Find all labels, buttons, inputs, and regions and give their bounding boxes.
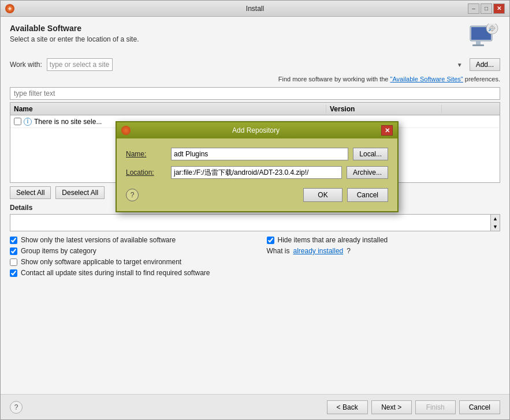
scroll-down-icon[interactable]: ▼ [491,223,500,231]
filter-input[interactable] [10,87,500,100]
add-button[interactable]: Add... [470,58,500,71]
modal-title: Add Repository [131,126,381,134]
modal-close-button[interactable]: ✕ [381,125,393,136]
contact-all-checkbox[interactable] [10,269,17,277]
header-logo [466,24,500,52]
find-more-text: Find more software by working with the "… [10,76,500,82]
show-applicable-row: Show only software applicable to target … [10,258,244,266]
work-with-row: Work with: type or select a site ▼ Add..… [10,58,500,71]
modal-action-buttons: OK Cancel [303,188,388,202]
maximize-button[interactable]: □ [481,3,492,14]
modal-cancel-button[interactable]: Cancel [347,188,388,202]
work-with-label: Work with: [10,61,42,69]
next-button[interactable]: Next > [371,400,412,414]
what-is-row: What is already installed ? [267,247,501,255]
name-label: Name: [126,150,166,158]
already-installed-link[interactable]: already installed [293,247,344,255]
computer-icon [466,24,500,52]
section-subtitle: Select a site or enter the location of a… [10,35,139,43]
title-bar: Install – □ ✕ [1,1,509,17]
show-applicable-label: Show only software applicable to target … [21,258,181,266]
svg-rect-3 [476,41,481,44]
what-is-suffix: ? [347,247,351,255]
available-software-sites-link[interactable]: "Available Software Sites" [390,76,463,82]
hide-installed-checkbox[interactable] [267,237,274,244]
name-input[interactable] [171,148,348,160]
column-name: Name [10,105,326,113]
bottom-bar: ? < Back Next > Finish Cancel [1,394,509,419]
contact-all-row: Contact all update sites during install … [10,269,244,277]
find-more-prefix: Find more software by working with the [278,76,390,82]
modal-content: Name: Local... Location: Archive... ? OK… [117,138,397,211]
header-area: Available Software Select a site or ente… [10,24,500,52]
modal-ok-button[interactable]: OK [303,188,342,202]
archive-button[interactable]: Archive... [347,166,388,179]
show-latest-checkbox[interactable] [10,237,17,244]
row-name: There is no site sele... [34,118,102,126]
app-icon [5,4,14,13]
row-checkbox[interactable] [14,118,21,125]
two-col-layout: Show only the latest versions of availab… [10,236,500,280]
table-header: Name Version [10,103,500,115]
group-by-category-label: Group items by category [21,247,96,255]
hide-installed-row: Hide items that are already installed [267,236,501,244]
column-version: Version [326,105,442,113]
col-right: Hide items that are already installed Wh… [267,236,501,280]
location-row: Location: Archive... [126,166,388,179]
window-title: Install [246,5,264,13]
section-title: Available Software [10,24,139,33]
cancel-button[interactable]: Cancel [459,400,500,414]
what-is-prefix: What is [267,247,290,255]
minimize-button[interactable]: – [468,3,479,14]
find-more-suffix: preferences. [465,76,500,82]
show-latest-row: Show only the latest versions of availab… [10,236,244,244]
svg-rect-4 [472,44,484,46]
close-button[interactable]: ✕ [493,3,505,14]
hide-installed-label: Hide items that are already installed [278,236,388,244]
finish-button[interactable]: Finish [415,400,456,414]
modal-app-icon [121,126,131,135]
modal-footer: ? OK Cancel [126,188,388,202]
group-by-category-checkbox[interactable] [10,247,17,255]
details-box: ▲ ▼ [10,214,500,231]
checkboxes-section: Show only the latest versions of availab… [10,236,500,280]
scroll-up-icon[interactable]: ▲ [491,215,500,223]
name-row: Name: Local... [126,148,388,160]
location-input[interactable] [171,166,342,179]
location-label: Location: [126,168,166,177]
title-controls: – □ ✕ [468,3,505,14]
add-repository-dialog: Add Repository ✕ Name: Local... Location… [116,121,399,212]
back-button[interactable]: < Back [327,400,368,414]
header-text: Available Software Select a site or ente… [10,24,139,50]
contact-all-label: Contact all update sites during install … [21,269,210,277]
show-latest-label: Show only the latest versions of availab… [21,236,176,244]
combo-arrow-icon: ▼ [457,62,463,68]
local-button[interactable]: Local... [353,148,388,160]
select-all-button[interactable]: Select All [10,186,51,199]
title-bar-left [5,4,14,13]
col-left: Show only the latest versions of availab… [10,236,244,280]
modal-title-bar: Add Repository ✕ [117,122,397,138]
group-by-category-row: Group items by category [10,247,244,255]
deselect-all-button[interactable]: Deselect All [55,186,105,199]
help-button[interactable]: ? [10,401,23,414]
work-with-combo-wrapper: type or select a site ▼ [47,58,465,71]
work-with-select[interactable]: type or select a site [47,58,113,71]
info-icon: i [24,118,32,126]
modal-title-left [121,126,131,135]
show-applicable-checkbox[interactable] [10,258,17,266]
bottom-buttons: < Back Next > Finish Cancel [327,400,500,414]
modal-help-icon[interactable]: ? [126,189,139,201]
details-scrollbar[interactable]: ▲ ▼ [490,215,500,231]
